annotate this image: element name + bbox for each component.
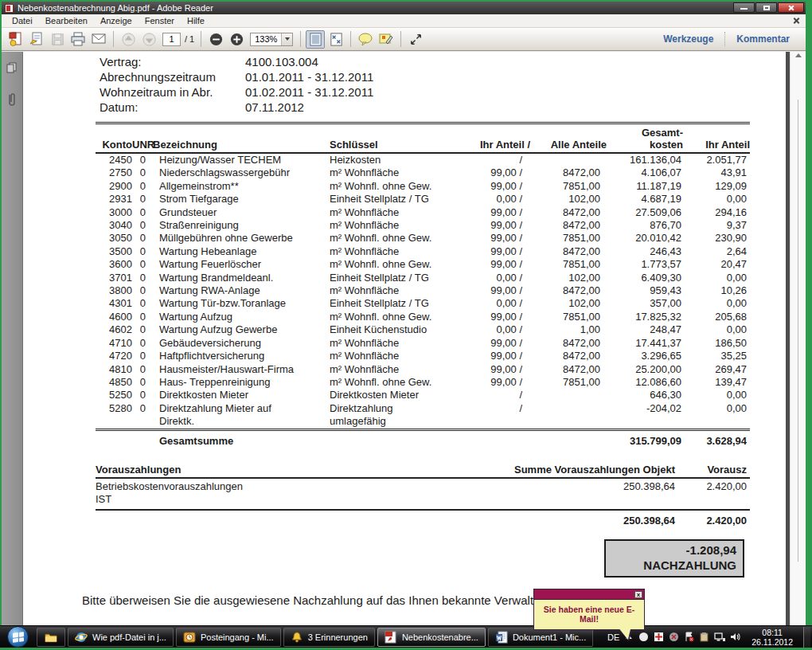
cost-table-header: Konto UNR Bezeichnung Schlüssel Ihr Ante… — [96, 123, 750, 154]
language-indicator[interactable]: DE — [607, 632, 619, 642]
cell-konto: 2450 — [96, 153, 132, 166]
maximize-button[interactable] — [755, 2, 777, 13]
cell-ihr-anteil: 9,37 — [683, 219, 750, 232]
cell-alle-anteile: 102,00 — [530, 193, 607, 206]
voraus-title: Vorauszahlungen — [96, 464, 478, 478]
sticky-note-icon[interactable] — [356, 30, 375, 49]
open-file-icon[interactable] — [27, 30, 46, 49]
attachments-icon[interactable] — [6, 92, 18, 111]
cell-schluessel: Einheit Stellplatz / TG — [330, 297, 462, 310]
menu-item-bearbeiten[interactable]: Bearbeiten — [39, 15, 94, 26]
cell-bezeichnung: Gebäudeversicherung — [153, 337, 330, 350]
cell-bezeichnung: Strom Tiefgarage — [153, 193, 330, 206]
document-area: Vertrag:4100.103.004 Abrechnungszeitraum… — [23, 52, 806, 625]
cell-gesamtkosten: 27.509,06 — [607, 206, 683, 219]
cell-ihr-anteil: 186,50 — [683, 337, 750, 350]
cell-alle-anteile: 8472,00 — [530, 284, 607, 297]
header-ihr-anteil-von: Ihr Anteil / — [462, 123, 530, 154]
cell-konto: 4720 — [96, 350, 132, 362]
windows-logo-icon — [13, 632, 24, 642]
highlight-text-icon[interactable] — [377, 30, 396, 49]
gesamtsumme-ihr: 3.628,94 — [683, 429, 750, 448]
cell-ihr-anteil-von: 99,00 / — [462, 350, 530, 362]
vertical-scrollbar[interactable] — [790, 52, 806, 625]
tray-status-icon[interactable] — [638, 632, 649, 642]
menu-item-hilfe[interactable]: Hilfe — [181, 15, 211, 26]
menu-item-anzeige[interactable]: Anzeige — [94, 15, 139, 26]
save-icon[interactable] — [48, 30, 67, 49]
show-desktop-button[interactable] — [803, 627, 810, 648]
cell-unr: 0 — [132, 350, 153, 362]
cell-alle-anteile: 7851,00 — [530, 311, 607, 323]
fit-page-icon[interactable] — [326, 30, 345, 49]
cell-gesamtkosten: 4.106,07 — [607, 166, 683, 179]
gesamtsumme-gesamt: 315.799,09 — [607, 429, 683, 448]
print-icon[interactable] — [68, 30, 88, 49]
taskbar-item-word[interactable]: Dokument1 - Mic... — [488, 628, 593, 647]
zoom-dropdown-icon[interactable] — [281, 33, 292, 45]
document-meta: Vertrag:4100.103.004 Abrechnungszeitraum… — [100, 54, 785, 115]
table-row: 3800 0 Wartung RWA-Anlage m² Wohnfläche … — [96, 284, 750, 297]
taskbar-item-explorer[interactable] — [37, 628, 65, 647]
cell-alle-anteile — [530, 153, 607, 166]
start-button[interactable] — [7, 626, 29, 648]
cell-unr: 0 — [132, 311, 153, 323]
fullscreen-icon[interactable] — [406, 30, 425, 49]
cell-konto: 4710 — [96, 337, 132, 350]
email-icon[interactable] — [89, 30, 108, 49]
toolbar-separator — [113, 31, 114, 47]
cell-ihr-anteil-von: 0,00 / — [462, 297, 530, 310]
previous-page-icon[interactable] — [119, 30, 138, 49]
taskbar-item-adobe-reader[interactable]: Nebenkostenabre... — [377, 628, 486, 647]
internet-explorer-icon — [75, 631, 88, 644]
taskbar-item-internet-explorer[interactable]: Wie pdf-Datei in j... — [68, 628, 174, 647]
zoom-out-icon[interactable] — [206, 30, 225, 49]
scrolling-mode-icon[interactable] — [306, 30, 325, 49]
balloon-close-button[interactable]: x — [634, 591, 642, 598]
cell-gesamtkosten: 3.296,65 — [607, 350, 683, 362]
taskbar-clock[interactable]: 08:11 26.11.2012 — [748, 628, 797, 647]
zoom-in-icon[interactable] — [227, 30, 246, 49]
comment-pane-button[interactable]: Kommentar — [725, 33, 801, 45]
zoom-level-select[interactable]: 133% — [250, 33, 293, 46]
table-row: 2900 0 Allgemeinstrom** m² Wohnfl. ohne … — [96, 180, 750, 193]
cell-ihr-anteil-von: 99,00 / — [462, 337, 530, 350]
cell-ihr-anteil: 139,47 — [683, 376, 750, 389]
tray-sync-error-icon[interactable] — [669, 632, 679, 642]
tools-pane-button[interactable]: Werkzeuge — [652, 33, 724, 45]
cell-alle-anteile: 8472,00 — [530, 245, 607, 258]
network-icon[interactable] — [714, 632, 725, 642]
menu-item-fenster[interactable]: Fenster — [139, 15, 181, 26]
create-pdf-icon[interactable] — [6, 30, 25, 49]
cell-schluessel: m² Wohnfläche — [330, 363, 462, 376]
close-button[interactable] — [778, 2, 804, 13]
menu-item-datei[interactable]: Datei — [6, 15, 39, 26]
taskbar-item-outlook[interactable]: Posteingang - Mi... — [176, 628, 281, 647]
page-thumbnails-icon[interactable] — [6, 61, 18, 77]
clipboard-tray-icon[interactable] — [699, 632, 709, 642]
minimize-button[interactable] — [733, 2, 755, 13]
cell-ihr-anteil-von: 0,00 / — [462, 323, 530, 336]
next-page-icon[interactable] — [139, 30, 158, 49]
cell-konto: 3040 — [96, 219, 132, 232]
page-number-input[interactable]: 1 — [162, 33, 181, 46]
scroll-up-icon[interactable] — [795, 53, 802, 57]
cell-schluessel: m² Wohnfläche — [330, 206, 462, 219]
toolbar-separator — [350, 31, 351, 47]
volume-icon[interactable] — [730, 632, 741, 642]
action-center-flag-icon[interactable] — [684, 632, 694, 642]
toolbar-close-icon[interactable] — [793, 18, 799, 24]
voraus-total-objekt: 250.398,64 — [478, 510, 677, 527]
cell-unr: 0 — [132, 297, 153, 310]
cell-ihr-anteil-von: 99,00 / — [462, 284, 530, 297]
cell-gesamtkosten: 161.136,04 — [607, 153, 683, 166]
table-row: 4810 0 Hausmeister/Hauswart-Firma m² Woh… — [96, 363, 750, 376]
cell-schluessel: m² Wohnfl. ohne Gew. — [330, 180, 462, 193]
scroll-track[interactable] — [798, 100, 798, 562]
taskbar-item-reminders[interactable]: 3 Erinnerungen — [283, 628, 375, 647]
cell-schluessel: Direktzahlung umlagefähig — [330, 402, 462, 429]
tray-app-icon[interactable] — [654, 632, 664, 642]
cell-konto: 2750 — [96, 166, 132, 179]
cell-bezeichnung: Wartung Aufzug Gewerbe — [153, 323, 330, 336]
cell-bezeichnung: Grundsteuer — [153, 206, 330, 219]
